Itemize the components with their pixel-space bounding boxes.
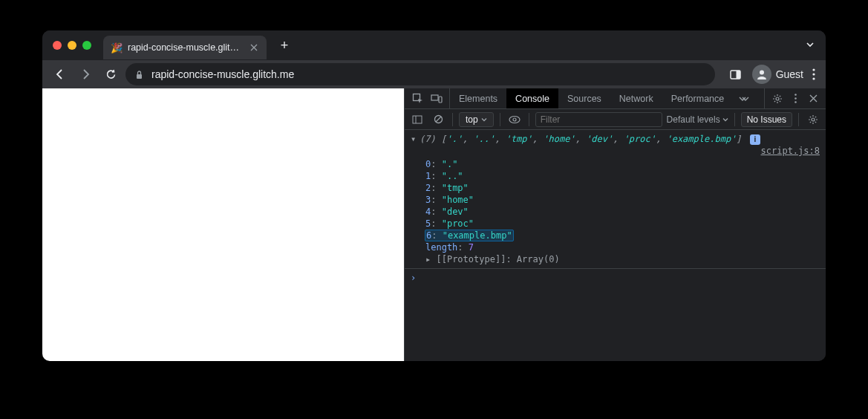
- svg-point-18: [509, 116, 520, 123]
- svg-point-3: [760, 71, 764, 75]
- svg-rect-2: [737, 71, 741, 79]
- context-label: top: [466, 114, 478, 125]
- svg-point-20: [812, 118, 815, 121]
- tab-network[interactable]: Network: [610, 88, 662, 108]
- svg-rect-8: [431, 95, 438, 100]
- settings-icon[interactable]: [769, 91, 786, 107]
- browser-menu-button[interactable]: [809, 68, 818, 80]
- info-badge-icon[interactable]: i: [750, 134, 760, 145]
- profile-label: Guest: [776, 68, 803, 80]
- more-tabs-icon[interactable]: [736, 91, 752, 107]
- side-panel-button[interactable]: [725, 64, 746, 85]
- toolbar: rapid-concise-muscle.glitch.me Guest: [42, 60, 826, 88]
- array-preview: ['.', '..', 'tmp', 'home', 'dev', 'proc'…: [441, 134, 742, 144]
- tab-bar: 🎉 rapid-concise-muscle.glitch.me +: [42, 30, 826, 60]
- forward-button[interactable]: [75, 64, 96, 85]
- close-window-button[interactable]: [53, 41, 62, 50]
- console-settings-icon[interactable]: [805, 111, 821, 128]
- window-controls: [53, 41, 91, 50]
- devtools-panel: Elements Console Sources Network Perform…: [404, 88, 826, 361]
- array-length: length: 7: [425, 241, 826, 253]
- profile-button[interactable]: Guest: [752, 65, 803, 84]
- console-prompt[interactable]: ›: [405, 268, 826, 287]
- issues-button[interactable]: No Issues: [741, 112, 792, 127]
- filter-input[interactable]: [535, 112, 662, 127]
- array-item[interactable]: 3: "home": [425, 194, 826, 206]
- array-count: (7): [420, 134, 436, 144]
- live-expression-icon[interactable]: [506, 111, 523, 128]
- content-area: Elements Console Sources Network Perform…: [42, 88, 826, 361]
- avatar-icon: [752, 65, 771, 84]
- svg-point-10: [776, 97, 779, 100]
- tab-elements[interactable]: Elements: [450, 88, 506, 108]
- array-item[interactable]: 6: "example.bmp": [425, 230, 826, 241]
- close-tab-icon[interactable]: [249, 42, 259, 53]
- tab-console[interactable]: Console: [506, 88, 558, 108]
- tab-favicon-icon: 🎉: [111, 42, 123, 53]
- tab-sources[interactable]: Sources: [558, 88, 610, 108]
- svg-rect-0: [137, 74, 142, 79]
- back-button[interactable]: [50, 64, 71, 85]
- svg-point-6: [812, 77, 815, 79]
- tab-performance[interactable]: Performance: [662, 88, 734, 108]
- array-item[interactable]: 5: "proc": [425, 218, 826, 230]
- array-item[interactable]: 1: "..": [425, 170, 826, 182]
- tab-title: rapid-concise-muscle.glitch.me: [128, 42, 244, 53]
- page-viewport[interactable]: [42, 88, 404, 361]
- browser-window: 🎉 rapid-concise-muscle.glitch.me + rapid…: [42, 30, 826, 361]
- array-item[interactable]: 2: "tmp": [425, 182, 826, 194]
- devtools-menu-icon[interactable]: [787, 91, 803, 107]
- svg-rect-9: [439, 97, 442, 103]
- caret-down-icon[interactable]: ▾: [411, 133, 420, 157]
- close-devtools-icon[interactable]: [805, 91, 821, 107]
- levels-label: Default levels: [667, 114, 720, 125]
- array-item[interactable]: 0: ".": [425, 158, 826, 170]
- svg-point-4: [812, 68, 815, 71]
- url-text: rapid-concise-muscle.glitch.me: [151, 68, 294, 80]
- maximize-window-button[interactable]: [82, 41, 91, 50]
- new-tab-button[interactable]: +: [274, 35, 295, 56]
- minimize-window-button[interactable]: [68, 41, 76, 50]
- tab-search-button[interactable]: [805, 39, 815, 50]
- svg-point-12: [794, 97, 797, 100]
- array-prototype[interactable]: ▸ [[Prototype]]: Array(0): [425, 253, 826, 265]
- lock-icon: [134, 70, 144, 79]
- clear-console-icon[interactable]: [430, 111, 446, 128]
- chevron-down-icon: [722, 117, 728, 123]
- log-levels-selector[interactable]: Default levels: [667, 114, 728, 125]
- address-bar[interactable]: rapid-concise-muscle.glitch.me: [125, 63, 715, 85]
- source-link[interactable]: script.js:8: [761, 145, 820, 157]
- context-selector[interactable]: top: [459, 112, 494, 127]
- console-output: ▾ (7) ['.', '..', 'tmp', 'home', 'dev', …: [405, 130, 826, 361]
- console-toolbar: top Default levels No Issues: [405, 109, 826, 130]
- devtools-tab-bar: Elements Console Sources Network Perform…: [405, 88, 826, 109]
- svg-point-19: [513, 118, 516, 121]
- reload-button[interactable]: [100, 64, 121, 85]
- device-toolbar-icon[interactable]: [428, 91, 445, 107]
- browser-tab[interactable]: 🎉 rapid-concise-muscle.glitch.me: [103, 36, 267, 59]
- svg-point-13: [794, 101, 797, 103]
- svg-point-5: [812, 73, 815, 75]
- svg-rect-14: [413, 116, 422, 123]
- inspect-element-icon[interactable]: [409, 91, 425, 107]
- array-entries: 0: "."1: ".."2: "tmp"3: "home"4: "dev"5:…: [405, 158, 826, 241]
- log-entry[interactable]: ▾ (7) ['.', '..', 'tmp', 'home', 'dev', …: [405, 133, 826, 158]
- svg-point-11: [794, 94, 797, 96]
- array-item[interactable]: 4: "dev": [425, 206, 826, 218]
- toggle-sidebar-icon[interactable]: [409, 111, 425, 128]
- chevron-down-icon: [481, 117, 487, 123]
- svg-line-17: [436, 117, 441, 122]
